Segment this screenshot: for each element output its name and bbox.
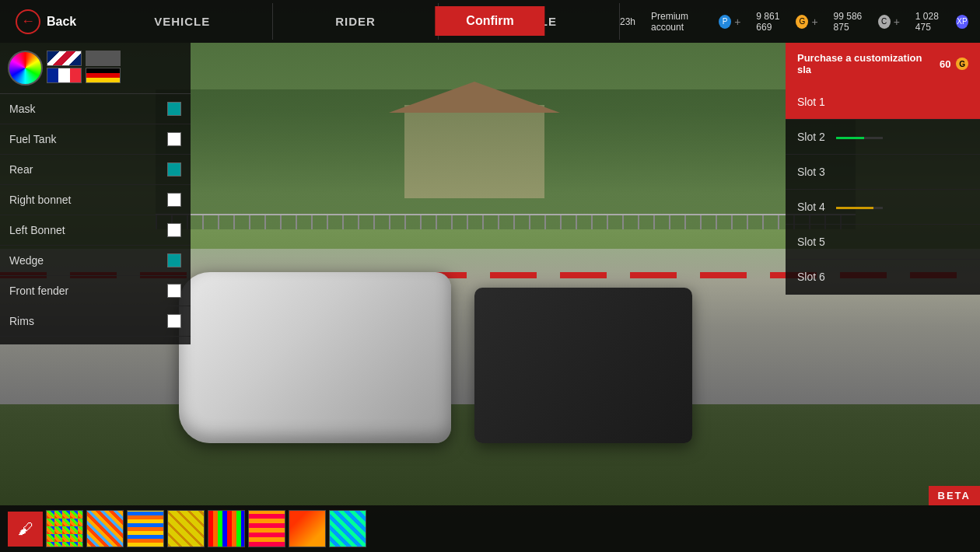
top-bar: ← Back Vehicle Rider Profile Confirm 23h… xyxy=(0,0,980,43)
xp-icon: XP xyxy=(956,15,968,29)
panel-item-mask-indicator xyxy=(167,102,181,116)
slot-item-3[interactable]: Slot 3 xyxy=(786,155,980,190)
gold-stat: 9 861 669 G + xyxy=(756,11,817,33)
panel-item-left-bonnet-indicator xyxy=(167,223,181,237)
slot-6-label: Slot 6 xyxy=(797,271,825,283)
brush-tool-button[interactable]: 🖌 xyxy=(8,512,43,547)
purchase-label: Purchase a customization sla xyxy=(797,52,936,75)
back-button[interactable]: ← Back xyxy=(0,9,92,34)
motorcycle-body xyxy=(474,288,692,443)
premium-icon: P xyxy=(719,15,731,29)
panel-item-right-bonnet-indicator xyxy=(167,193,181,207)
sidecar-body xyxy=(179,272,451,443)
background-house-roof xyxy=(389,82,560,113)
color-wheel[interactable] xyxy=(8,51,43,86)
slot-item-6[interactable]: Slot 6 xyxy=(786,260,980,295)
tab-rider[interactable]: Rider xyxy=(273,3,439,40)
timer-value: 23h xyxy=(620,16,635,27)
slot-item-4[interactable]: Slot 4 xyxy=(786,190,980,225)
texture-item-4[interactable] xyxy=(167,510,205,547)
vehicle-display xyxy=(179,117,739,443)
slot-4-progress-bar xyxy=(836,207,883,209)
bottom-bar: 🖌 xyxy=(0,505,980,552)
panel-item-fuel-tank-label: Fuel Tank xyxy=(9,133,56,145)
panel-item-wedge-label: Wedge xyxy=(9,254,44,267)
panel-item-rims-indicator xyxy=(167,314,181,328)
panel-item-left-bonnet-label: Left Bonnet xyxy=(9,224,65,236)
panel-item-front-fender-indicator xyxy=(167,284,181,298)
panel-item-front-fender[interactable]: Front fender xyxy=(0,276,191,306)
panel-item-mask[interactable]: Mask xyxy=(0,94,191,124)
panel-item-right-bonnet[interactable]: Right bonnet xyxy=(0,185,191,215)
tab-vehicle[interactable]: Vehicle xyxy=(92,3,273,40)
back-icon: ← xyxy=(16,9,40,34)
flag-stack xyxy=(47,51,82,86)
slot-item-5[interactable]: Slot 5 xyxy=(786,225,980,260)
slot-item-1[interactable]: Slot 1 xyxy=(786,85,980,120)
brush-icon: 🖌 xyxy=(18,520,33,538)
panel-item-rear-label: Rear xyxy=(9,163,33,176)
flag-extra-1[interactable] xyxy=(86,51,121,66)
panel-item-rims[interactable]: Rims xyxy=(0,306,191,337)
confirm-button[interactable]: Confirm xyxy=(435,6,544,36)
texture-item-8[interactable] xyxy=(329,510,366,547)
premium-add-button[interactable]: + xyxy=(734,16,740,28)
back-label: Back xyxy=(47,15,76,29)
texture-item-7[interactable] xyxy=(289,510,326,547)
slot-2-label: Slot 2 xyxy=(797,131,825,143)
credits-stat: 99 586 875 C + xyxy=(834,11,900,33)
panel-item-rear-indicator xyxy=(167,162,181,176)
texture-item-3[interactable] xyxy=(127,510,164,547)
panel-item-rims-label: Rims xyxy=(9,315,34,327)
stats-bar: 23h Premium account P + 9 861 669 G + 99… xyxy=(620,11,980,33)
slot-3-label: Slot 3 xyxy=(797,166,825,178)
premium-stat: Premium account P + xyxy=(651,11,740,33)
gold-icon: G xyxy=(796,15,808,29)
purchase-gold-icon: G xyxy=(956,58,968,70)
timer-stat: 23h xyxy=(620,16,635,27)
texture-item-1[interactable] xyxy=(46,510,83,547)
premium-label: Premium account xyxy=(651,11,716,33)
slot-2-progress-bar xyxy=(836,137,883,139)
panel-item-wedge-indicator xyxy=(167,253,181,267)
credits-icon: C xyxy=(878,15,891,29)
texture-item-5[interactable] xyxy=(208,510,245,547)
texture-item-2[interactable] xyxy=(86,510,124,547)
gold-add-button[interactable]: + xyxy=(811,16,817,28)
panel-item-right-bonnet-label: Right bonnet xyxy=(9,194,71,206)
panel-item-wedge[interactable]: Wedge xyxy=(0,246,191,276)
color-pickers xyxy=(0,43,191,94)
credits-value: 99 586 875 xyxy=(834,11,875,33)
slot-1-label: Slot 1 xyxy=(797,96,825,108)
flag-stack-2 xyxy=(86,51,121,86)
texture-item-6[interactable] xyxy=(248,510,285,547)
flag-fr[interactable] xyxy=(47,68,82,83)
right-panel: Purchase a customization sla60 G Slot 1 … xyxy=(786,43,980,295)
flag-de[interactable] xyxy=(86,68,121,83)
panel-item-fuel-tank-indicator xyxy=(167,132,181,146)
purchase-banner[interactable]: Purchase a customization sla60 G xyxy=(786,43,980,85)
panel-item-mask-label: Mask xyxy=(9,103,35,115)
panel-item-rear[interactable]: Rear xyxy=(0,155,191,185)
slot-item-2[interactable]: Slot 2 xyxy=(786,120,980,155)
beta-badge: BETA xyxy=(929,486,980,505)
slot-5-label: Slot 5 xyxy=(797,236,825,248)
slot-4-label: Slot 4 xyxy=(797,201,825,213)
gold-value: 9 861 669 xyxy=(756,11,793,33)
flag-uk[interactable] xyxy=(47,51,82,66)
xp-stat: 1 028 475 XP xyxy=(915,11,968,33)
xp-value: 1 028 475 xyxy=(915,11,953,33)
left-panel: Mask Fuel Tank Rear Right bonnet Left Bo… xyxy=(0,43,191,344)
purchase-cost: 60 xyxy=(940,58,950,70)
panel-item-left-bonnet[interactable]: Left Bonnet xyxy=(0,215,191,246)
credits-add-button[interactable]: + xyxy=(894,16,900,28)
panel-item-front-fender-label: Front fender xyxy=(9,285,68,297)
panel-item-fuel-tank[interactable]: Fuel Tank xyxy=(0,124,191,155)
